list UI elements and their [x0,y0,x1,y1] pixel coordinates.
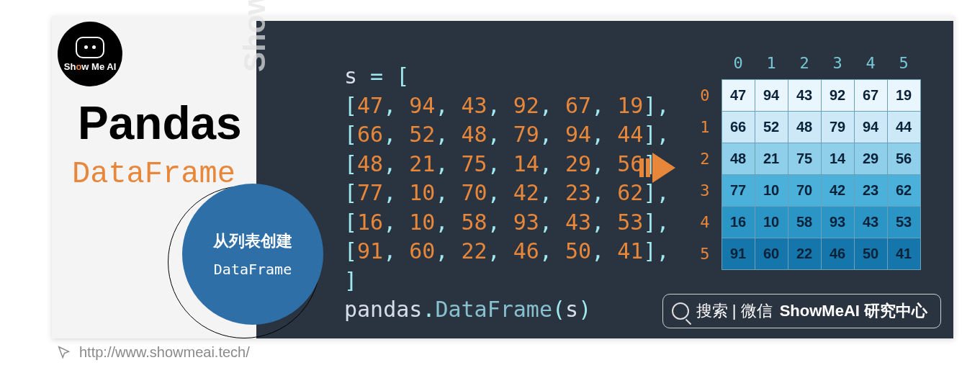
table-cell: 94 [854,111,887,143]
table-row: 5916022465041 [688,238,920,269]
badge-line2: DataFrame [214,261,292,278]
canvas: ShowMeAI Show Me AI Pandas DataFrame 从列表… [0,0,980,373]
col-header: 0 [721,48,755,79]
col-header: 1 [755,48,788,79]
title-dataframe: DataFrame [72,157,235,192]
table-cell: 22 [788,238,821,269]
table-row: 2482175142956 [688,143,920,174]
table-cell: 48 [788,111,821,143]
table-row: 0479443926719 [688,79,920,111]
table-cell: 41 [887,238,920,269]
table-cell: 44 [887,111,920,143]
table-row: 1665248799444 [688,111,920,143]
search-pill[interactable]: 搜索 | 微信 ShowMeAI 研究中心 [662,294,941,328]
table-cell: 48 [721,143,755,174]
table-cell: 14 [821,143,854,174]
table-cell: 70 [788,174,821,206]
watermark-left: ShowMeAI [238,0,272,72]
logo-suffix: w Me AI [81,61,116,72]
col-header: 5 [887,48,920,79]
table-cell: 21 [755,143,788,174]
col-header: 3 [821,48,854,79]
brand-logo-text: Show Me AI [64,61,117,72]
table-cell: 91 [721,238,755,269]
badge-line1: 从列表创建 [213,230,292,252]
table-cell: 50 [854,238,887,269]
table-cell: 66 [721,111,755,143]
table-cell: 58 [788,206,821,238]
row-header: 0 [688,79,721,111]
table-cell: 43 [788,79,821,111]
table-cell: 67 [854,79,887,111]
arrow-icon [639,147,675,189]
code-block: s = [ [47, 94, 43, 92, 67, 19], [66, 52,… [344,62,670,325]
logo-prefix: Sh [64,61,76,72]
search-text-bold: ShowMeAI 研究中心 [780,300,927,322]
table-row: 3771070422362 [688,174,920,206]
table-cell: 94 [755,79,788,111]
footer-link[interactable]: http://www.showmeai.tech/ [79,344,250,361]
table-cell: 42 [821,174,854,206]
robot-face-icon [76,37,104,58]
table-cell: 56 [887,143,920,174]
table-cell: 77 [721,174,755,206]
row-header: 2 [688,143,721,174]
title-pandas: Pandas [78,96,242,150]
table-cell: 62 [887,174,920,206]
table-cell: 75 [788,143,821,174]
svg-rect-0 [639,158,644,177]
table-cell: 23 [854,174,887,206]
footer: http://www.showmeai.tech/ [56,344,250,361]
table-cell: 93 [821,206,854,238]
table-cell: 29 [854,143,887,174]
col-header: 2 [788,48,821,79]
col-header: 4 [854,48,887,79]
cursor-icon [56,345,72,361]
brand-logo: Show Me AI [58,22,122,86]
search-icon [672,302,689,320]
topic-badge: 从列表创建 DataFrame [182,184,323,325]
table-row: 4161058934353 [688,206,920,238]
table-cell: 16 [721,206,755,238]
svg-marker-2 [652,153,675,183]
svg-rect-1 [646,158,650,177]
table-cell: 10 [755,206,788,238]
table-cell: 92 [821,79,854,111]
table-cell: 52 [755,111,788,143]
table-cell: 53 [887,206,920,238]
table-cell: 47 [721,79,755,111]
row-header: 5 [688,238,721,269]
row-header: 4 [688,206,721,238]
table-cell: 19 [887,79,920,111]
table-cell: 10 [755,174,788,206]
table-cell: 60 [755,238,788,269]
row-header: 3 [688,174,721,206]
table-cell: 43 [854,206,887,238]
dataframe-table: 0123450479443926719166524879944424821751… [688,48,921,270]
search-text-thin: 搜索 | 微信 [696,300,773,322]
row-header: 1 [688,111,721,143]
table-cell: 46 [821,238,854,269]
table-cell: 79 [821,111,854,143]
